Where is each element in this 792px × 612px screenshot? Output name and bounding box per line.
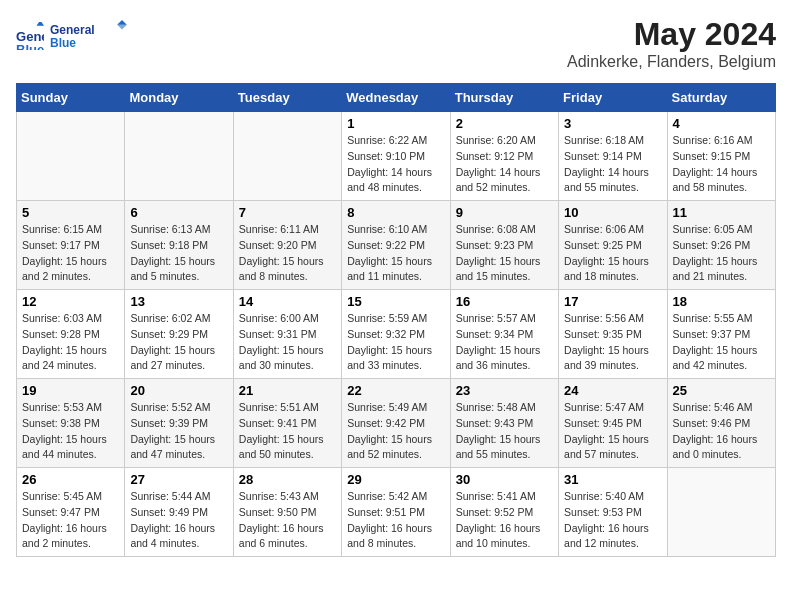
day-number: 17 [564, 294, 661, 309]
day-detail: Sunrise: 6:02 AMSunset: 9:29 PMDaylight:… [130, 311, 227, 374]
header-wednesday: Wednesday [342, 84, 450, 112]
day-detail: Sunrise: 6:10 AMSunset: 9:22 PMDaylight:… [347, 222, 444, 285]
day-number: 3 [564, 116, 661, 131]
calendar-cell: 26 Sunrise: 5:45 AMSunset: 9:47 PMDaylig… [17, 468, 125, 557]
svg-marker-6 [117, 25, 127, 30]
day-detail: Sunrise: 6:00 AMSunset: 9:31 PMDaylight:… [239, 311, 336, 374]
day-detail: Sunrise: 5:53 AMSunset: 9:38 PMDaylight:… [22, 400, 119, 463]
day-detail: Sunrise: 5:43 AMSunset: 9:50 PMDaylight:… [239, 489, 336, 552]
day-number: 13 [130, 294, 227, 309]
day-number: 30 [456, 472, 553, 487]
day-detail: Sunrise: 5:56 AMSunset: 9:35 PMDaylight:… [564, 311, 661, 374]
svg-text:General: General [50, 23, 95, 37]
calendar-table: Sunday Monday Tuesday Wednesday Thursday… [16, 83, 776, 557]
day-number: 27 [130, 472, 227, 487]
day-number: 26 [22, 472, 119, 487]
header-sunday: Sunday [17, 84, 125, 112]
day-number: 1 [347, 116, 444, 131]
day-number: 2 [456, 116, 553, 131]
calendar-cell: 31 Sunrise: 5:40 AMSunset: 9:53 PMDaylig… [559, 468, 667, 557]
week-row-1: 1 Sunrise: 6:22 AMSunset: 9:10 PMDayligh… [17, 112, 776, 201]
day-detail: Sunrise: 5:59 AMSunset: 9:32 PMDaylight:… [347, 311, 444, 374]
day-number: 22 [347, 383, 444, 398]
day-detail: Sunrise: 6:15 AMSunset: 9:17 PMDaylight:… [22, 222, 119, 285]
calendar-cell: 1 Sunrise: 6:22 AMSunset: 9:10 PMDayligh… [342, 112, 450, 201]
day-number: 5 [22, 205, 119, 220]
day-number: 29 [347, 472, 444, 487]
day-detail: Sunrise: 6:03 AMSunset: 9:28 PMDaylight:… [22, 311, 119, 374]
header-thursday: Thursday [450, 84, 558, 112]
day-number: 14 [239, 294, 336, 309]
day-number: 7 [239, 205, 336, 220]
calendar-cell: 21 Sunrise: 5:51 AMSunset: 9:41 PMDaylig… [233, 379, 341, 468]
logo-bird: General Blue [50, 16, 130, 56]
day-detail: Sunrise: 6:08 AMSunset: 9:23 PMDaylight:… [456, 222, 553, 285]
calendar-subtitle: Adinkerke, Flanders, Belgium [567, 53, 776, 71]
day-number: 6 [130, 205, 227, 220]
day-number: 8 [347, 205, 444, 220]
day-detail: Sunrise: 5:42 AMSunset: 9:51 PMDaylight:… [347, 489, 444, 552]
day-number: 23 [456, 383, 553, 398]
svg-text:Blue: Blue [50, 36, 76, 50]
day-detail: Sunrise: 5:44 AMSunset: 9:49 PMDaylight:… [130, 489, 227, 552]
calendar-cell: 20 Sunrise: 5:52 AMSunset: 9:39 PMDaylig… [125, 379, 233, 468]
day-detail: Sunrise: 6:05 AMSunset: 9:26 PMDaylight:… [673, 222, 770, 285]
header-tuesday: Tuesday [233, 84, 341, 112]
calendar-cell: 22 Sunrise: 5:49 AMSunset: 9:42 PMDaylig… [342, 379, 450, 468]
page-header: General Blue General Blue May 2024 Adink… [16, 16, 776, 71]
calendar-cell: 19 Sunrise: 5:53 AMSunset: 9:38 PMDaylig… [17, 379, 125, 468]
day-detail: Sunrise: 6:22 AMSunset: 9:10 PMDaylight:… [347, 133, 444, 196]
day-detail: Sunrise: 6:20 AMSunset: 9:12 PMDaylight:… [456, 133, 553, 196]
calendar-cell: 23 Sunrise: 5:48 AMSunset: 9:43 PMDaylig… [450, 379, 558, 468]
day-detail: Sunrise: 5:55 AMSunset: 9:37 PMDaylight:… [673, 311, 770, 374]
day-detail: Sunrise: 6:16 AMSunset: 9:15 PMDaylight:… [673, 133, 770, 196]
calendar-cell: 11 Sunrise: 6:05 AMSunset: 9:26 PMDaylig… [667, 201, 775, 290]
calendar-cell: 30 Sunrise: 5:41 AMSunset: 9:52 PMDaylig… [450, 468, 558, 557]
calendar-cell: 18 Sunrise: 5:55 AMSunset: 9:37 PMDaylig… [667, 290, 775, 379]
calendar-cell: 15 Sunrise: 5:59 AMSunset: 9:32 PMDaylig… [342, 290, 450, 379]
logo-icon: General Blue [16, 22, 44, 50]
day-detail: Sunrise: 5:49 AMSunset: 9:42 PMDaylight:… [347, 400, 444, 463]
calendar-cell: 13 Sunrise: 6:02 AMSunset: 9:29 PMDaylig… [125, 290, 233, 379]
calendar-cell: 24 Sunrise: 5:47 AMSunset: 9:45 PMDaylig… [559, 379, 667, 468]
day-number: 12 [22, 294, 119, 309]
calendar-title: May 2024 [567, 16, 776, 53]
day-number: 31 [564, 472, 661, 487]
day-number: 21 [239, 383, 336, 398]
day-number: 25 [673, 383, 770, 398]
calendar-cell: 4 Sunrise: 6:16 AMSunset: 9:15 PMDayligh… [667, 112, 775, 201]
weekday-header-row: Sunday Monday Tuesday Wednesday Thursday… [17, 84, 776, 112]
day-number: 28 [239, 472, 336, 487]
day-number: 16 [456, 294, 553, 309]
svg-text:Blue: Blue [16, 42, 44, 50]
day-detail: Sunrise: 5:48 AMSunset: 9:43 PMDaylight:… [456, 400, 553, 463]
logo: General Blue General Blue [16, 16, 130, 56]
day-detail: Sunrise: 6:06 AMSunset: 9:25 PMDaylight:… [564, 222, 661, 285]
day-detail: Sunrise: 6:18 AMSunset: 9:14 PMDaylight:… [564, 133, 661, 196]
week-row-5: 26 Sunrise: 5:45 AMSunset: 9:47 PMDaylig… [17, 468, 776, 557]
calendar-cell: 29 Sunrise: 5:42 AMSunset: 9:51 PMDaylig… [342, 468, 450, 557]
week-row-4: 19 Sunrise: 5:53 AMSunset: 9:38 PMDaylig… [17, 379, 776, 468]
calendar-cell: 7 Sunrise: 6:11 AMSunset: 9:20 PMDayligh… [233, 201, 341, 290]
day-number: 9 [456, 205, 553, 220]
calendar-cell: 16 Sunrise: 5:57 AMSunset: 9:34 PMDaylig… [450, 290, 558, 379]
calendar-cell: 5 Sunrise: 6:15 AMSunset: 9:17 PMDayligh… [17, 201, 125, 290]
week-row-3: 12 Sunrise: 6:03 AMSunset: 9:28 PMDaylig… [17, 290, 776, 379]
day-number: 11 [673, 205, 770, 220]
day-detail: Sunrise: 5:52 AMSunset: 9:39 PMDaylight:… [130, 400, 227, 463]
calendar-cell: 12 Sunrise: 6:03 AMSunset: 9:28 PMDaylig… [17, 290, 125, 379]
calendar-cell: 3 Sunrise: 6:18 AMSunset: 9:14 PMDayligh… [559, 112, 667, 201]
calendar-cell [17, 112, 125, 201]
day-detail: Sunrise: 6:11 AMSunset: 9:20 PMDaylight:… [239, 222, 336, 285]
svg-marker-5 [117, 20, 127, 25]
day-number: 4 [673, 116, 770, 131]
header-friday: Friday [559, 84, 667, 112]
day-detail: Sunrise: 5:41 AMSunset: 9:52 PMDaylight:… [456, 489, 553, 552]
calendar-cell: 9 Sunrise: 6:08 AMSunset: 9:23 PMDayligh… [450, 201, 558, 290]
day-detail: Sunrise: 5:45 AMSunset: 9:47 PMDaylight:… [22, 489, 119, 552]
day-number: 15 [347, 294, 444, 309]
day-number: 10 [564, 205, 661, 220]
week-row-2: 5 Sunrise: 6:15 AMSunset: 9:17 PMDayligh… [17, 201, 776, 290]
calendar-cell: 17 Sunrise: 5:56 AMSunset: 9:35 PMDaylig… [559, 290, 667, 379]
calendar-cell: 6 Sunrise: 6:13 AMSunset: 9:18 PMDayligh… [125, 201, 233, 290]
